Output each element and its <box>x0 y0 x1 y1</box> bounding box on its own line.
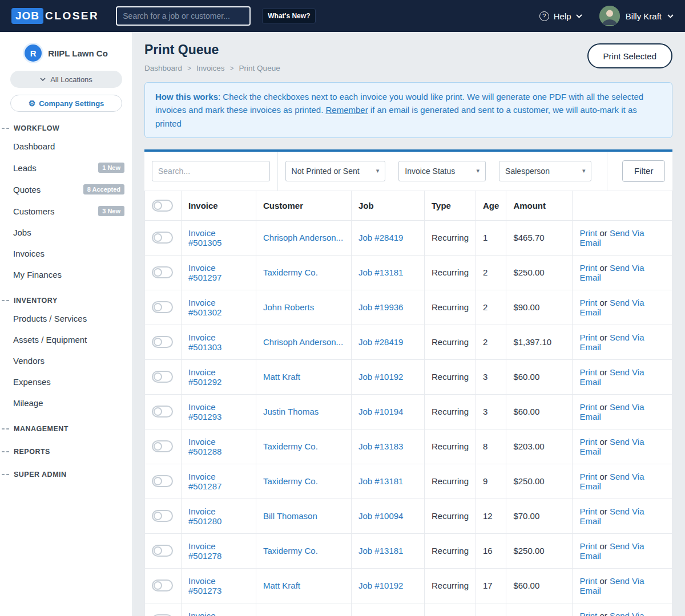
table-search-input[interactable] <box>152 161 270 181</box>
sidebar-section-header[interactable]: INVENTORY <box>0 293 132 308</box>
print-link[interactable]: Print <box>579 402 597 412</box>
job-link[interactable]: Job #13181 <box>358 268 403 277</box>
printed-status-select[interactable]: Not Printed or Sent ▾ <box>285 161 386 181</box>
sidebar-item-dashboard[interactable]: Dashboard <box>0 136 132 157</box>
print-link[interactable]: Print <box>579 263 597 273</box>
filter-button[interactable]: Filter <box>622 160 665 182</box>
print-link[interactable]: Print <box>579 611 597 616</box>
customer-link[interactable]: Matt Kraft <box>263 372 300 382</box>
breadcrumb-invoices[interactable]: Invoices <box>196 64 225 72</box>
job-link[interactable]: Job #10192 <box>358 581 403 590</box>
invoice-link[interactable]: Invoice #501278 <box>188 541 221 561</box>
customer-link[interactable]: Chrisoph Anderson... <box>263 337 343 347</box>
sidebar-item-expenses[interactable]: Expenses <box>0 371 132 392</box>
sidebar-item-customers[interactable]: Customers 3 New <box>0 200 132 222</box>
invoice-link[interactable]: Invoice #501293 <box>188 402 221 422</box>
customer-link[interactable]: Bill Thomason <box>263 511 317 521</box>
header-right: ? Help Billy Kraft <box>539 6 674 26</box>
sidebar-section-label: SUPER ADMIN <box>14 471 67 479</box>
invoice-link[interactable]: Invoice #501292 <box>188 367 221 387</box>
divider <box>607 152 607 191</box>
row-select-toggle[interactable] <box>152 232 173 244</box>
select-all-toggle[interactable] <box>152 200 173 212</box>
job-link[interactable]: Job #13181 <box>358 546 403 556</box>
company-header[interactable]: R RIIPL Lawn Co <box>0 41 132 70</box>
invoice-link[interactable]: Invoice #501297 <box>188 263 221 282</box>
row-select-toggle[interactable] <box>152 266 173 278</box>
invoice-link[interactable]: Invoice #501273 <box>188 576 221 595</box>
whats-new-button[interactable]: What's New? <box>262 9 316 23</box>
print-link[interactable]: Print <box>579 437 597 447</box>
customer-link[interactable]: Justin Thomas <box>263 407 319 416</box>
customer-link[interactable]: Matt Kraft <box>263 581 300 590</box>
row-select-toggle[interactable] <box>152 371 173 383</box>
sidebar-item-vendors[interactable]: Vendors <box>0 350 132 371</box>
print-link[interactable]: Print <box>579 472 597 481</box>
customer-link[interactable]: Taxidermy Co. <box>263 268 318 277</box>
invoice-link[interactable]: Invoice #501305 <box>188 228 221 248</box>
company-settings-button[interactable]: ⚙ Company Settings <box>10 95 122 112</box>
print-link[interactable]: Print <box>579 367 597 377</box>
sidebar-item-my-finances[interactable]: My Finances <box>0 264 132 285</box>
breadcrumb-dashboard[interactable]: Dashboard <box>144 64 182 72</box>
job-link[interactable]: Job #13183 <box>358 441 403 451</box>
sidebar-item-assets-equipment[interactable]: Assets / Equipment <box>0 329 132 350</box>
dash-icon <box>2 428 9 429</box>
type-cell: Recurring <box>425 464 476 499</box>
job-link[interactable]: Job #28419 <box>358 337 403 347</box>
invoice-status-select[interactable]: Invoice Status ▾ <box>398 161 486 181</box>
job-link[interactable]: Job #10094 <box>358 511 403 521</box>
filter-bar: Not Printed or Sent ▾ Invoice Status ▾ S… <box>144 152 672 191</box>
row-select-toggle[interactable] <box>152 301 173 313</box>
invoice-link[interactable]: Invoice #501280 <box>188 506 221 526</box>
sidebar-item-invoices[interactable]: Invoices <box>0 243 132 264</box>
row-select-toggle[interactable] <box>152 510 173 522</box>
col-header-age: Age <box>476 191 506 220</box>
toggle-knob <box>154 338 162 346</box>
row-select-toggle[interactable] <box>152 406 173 418</box>
print-link[interactable]: Print <box>579 576 597 586</box>
job-link[interactable]: Job #10192 <box>358 372 403 382</box>
sidebar-item-products-services[interactable]: Products / Services <box>0 308 132 329</box>
sidebar-section-header[interactable]: WORKFLOW <box>0 121 132 136</box>
customer-link[interactable]: Taxidermy Co. <box>263 476 318 486</box>
all-locations-dropdown[interactable]: All Locations <box>10 71 122 88</box>
row-select-toggle[interactable] <box>152 475 173 487</box>
job-link[interactable]: Job #13181 <box>358 476 403 486</box>
sidebar-item-jobs[interactable]: Jobs <box>0 222 132 243</box>
sidebar-item-mileage[interactable]: Mileage <box>0 392 132 414</box>
app-logo[interactable]: JOB CLOSER <box>11 8 99 24</box>
row-select-toggle[interactable] <box>152 579 173 591</box>
customer-link[interactable]: Taxidermy Co. <box>263 546 318 556</box>
print-link[interactable]: Print <box>579 333 597 342</box>
global-search-input[interactable] <box>116 6 251 26</box>
table-row: Invoice #501305 Chrisoph Anderson... Job… <box>145 220 672 255</box>
job-link[interactable]: Job #10194 <box>358 407 403 416</box>
sidebar-item-leads[interactable]: Leads 1 New <box>0 157 132 179</box>
invoice-link[interactable]: Invoice #501287 <box>188 472 221 491</box>
sidebar-item-quotes[interactable]: Quotes 8 Accepted <box>0 179 132 200</box>
invoice-link[interactable]: Invoice #501302 <box>188 298 221 317</box>
customer-link[interactable]: Taxidermy Co. <box>263 441 318 451</box>
print-link[interactable]: Print <box>579 541 597 551</box>
invoice-link[interactable]: Invoice #501274 <box>188 611 221 616</box>
sidebar-section-header[interactable]: MANAGEMENT <box>0 422 132 436</box>
salesperson-select[interactable]: Salesperson ▾ <box>499 161 591 181</box>
invoice-link[interactable]: Invoice #501303 <box>188 333 221 352</box>
sidebar-section-header[interactable]: REPORTS <box>0 444 132 459</box>
invoice-link[interactable]: Invoice #501288 <box>188 437 221 456</box>
print-selected-button[interactable]: Print Selected <box>587 43 672 68</box>
row-select-toggle[interactable] <box>152 440 173 452</box>
user-menu[interactable]: Billy Kraft <box>599 6 674 26</box>
job-link[interactable]: Job #28419 <box>358 233 403 242</box>
print-link[interactable]: Print <box>579 298 597 307</box>
print-link[interactable]: Print <box>579 228 597 238</box>
row-select-toggle[interactable] <box>152 336 173 348</box>
sidebar-section-header[interactable]: SUPER ADMIN <box>0 467 132 482</box>
print-link[interactable]: Print <box>579 506 597 516</box>
job-link[interactable]: Job #19936 <box>358 302 403 312</box>
row-select-toggle[interactable] <box>152 545 173 557</box>
help-menu[interactable]: ? Help <box>539 11 582 21</box>
customer-link[interactable]: Chrisoph Anderson... <box>263 233 343 242</box>
customer-link[interactable]: John Roberts <box>263 302 314 312</box>
